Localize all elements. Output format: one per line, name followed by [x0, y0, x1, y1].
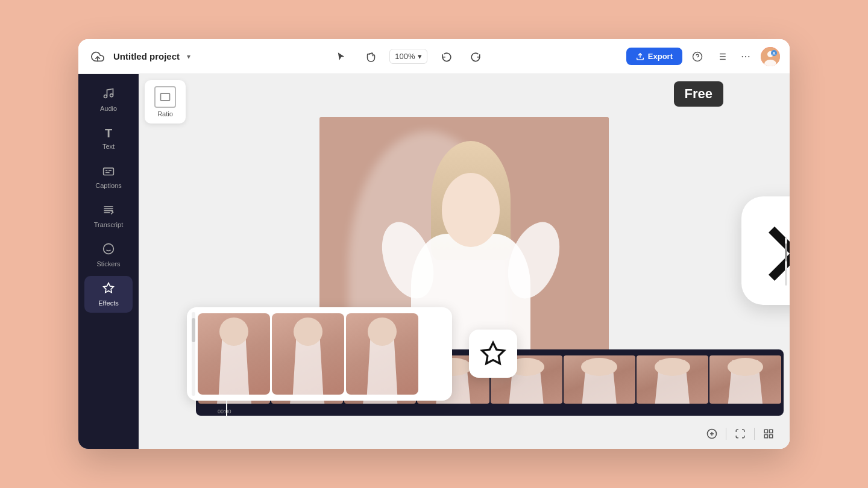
svg-text:A: A [772, 51, 775, 55]
sidebar-item-stickers[interactable]: Stickers [84, 237, 133, 274]
zoom-chevron: ▾ [418, 52, 422, 61]
phone-scrollbar-thumb [192, 318, 195, 342]
phone-mockup [187, 307, 452, 401]
frame-woman-1 [198, 313, 270, 395]
sidebar-item-effects-label: Effects [98, 299, 118, 307]
svg-point-10 [742, 55, 743, 57]
sidebar: Audio T Text Captions [78, 74, 139, 449]
export-label: Export [648, 52, 673, 61]
ratio-panel[interactable]: Ratio [145, 80, 186, 124]
timeline-fullscreen-button[interactable] [731, 425, 749, 443]
redo-button[interactable] [466, 47, 485, 66]
star-icon [480, 340, 506, 367]
svg-marker-31 [104, 283, 114, 293]
svg-rect-38 [770, 430, 773, 433]
phone-scrollbar[interactable] [192, 312, 195, 396]
svg-point-18 [104, 95, 107, 98]
text-icon: T [105, 127, 112, 140]
cursor-tool-button[interactable] [332, 47, 351, 66]
zoom-control[interactable]: 100% ▾ [389, 49, 427, 64]
project-title-chevron[interactable]: ▾ [187, 52, 190, 61]
timeline-add-button[interactable] [703, 425, 721, 443]
frame-woman-3 [346, 313, 418, 395]
ratio-label: Ratio [157, 110, 173, 117]
sidebar-item-stickers-label: Stickers [96, 260, 120, 267]
timeline-layout-button[interactable] [760, 425, 778, 443]
avatar[interactable]: A [761, 47, 780, 66]
canvas-area: Ratio Free [139, 74, 790, 449]
more-button[interactable] [737, 48, 755, 66]
svg-point-19 [110, 94, 113, 97]
phone-filmstrip [198, 313, 447, 395]
face [442, 173, 500, 247]
svg-point-11 [745, 55, 746, 57]
film-frame-3 [346, 313, 418, 395]
effects-star-button[interactable] [469, 330, 517, 378]
audio-icon [102, 87, 115, 102]
svg-rect-37 [764, 430, 767, 433]
film-frame-2 [272, 313, 344, 395]
main-window: Untitled project ▾ 100% ▾ [78, 39, 790, 449]
svg-rect-32 [161, 93, 170, 101]
topbar-left: Untitled project ▾ [88, 47, 190, 66]
sidebar-item-effects[interactable]: Effects [84, 276, 133, 313]
timeline-divider-1 [726, 428, 726, 440]
project-title: Untitled project [113, 51, 180, 61]
svg-rect-20 [104, 168, 114, 175]
zoom-level: 100% [395, 52, 415, 61]
sidebar-item-text[interactable]: T Text [84, 120, 133, 156]
timeline-frame-6 [564, 355, 635, 404]
hand-tool-button[interactable] [360, 47, 380, 66]
capcut-card [741, 196, 790, 305]
frame-woman-2 [272, 313, 344, 395]
topbar-right: Export [626, 47, 780, 66]
help-button[interactable] [688, 48, 706, 66]
playhead-time: 00:00 [218, 408, 231, 414]
cloud-save-button[interactable] [88, 47, 107, 66]
ratio-icon [154, 86, 176, 108]
film-frame-1 [198, 313, 270, 395]
sidebar-item-captions-label: Captions [95, 182, 121, 189]
export-button[interactable]: Export [626, 48, 682, 65]
sidebar-item-text-label: Text [102, 143, 115, 150]
canvas-scrollbar[interactable] [785, 237, 787, 286]
sidebar-item-audio[interactable]: Audio [84, 81, 133, 118]
canvas-scrollbar-thumb [785, 243, 787, 261]
list-button[interactable] [712, 48, 731, 66]
timeline-controls [703, 425, 778, 443]
svg-rect-39 [764, 435, 767, 438]
stickers-icon [102, 243, 115, 258]
svg-point-28 [104, 244, 114, 254]
svg-marker-33 [482, 343, 505, 364]
svg-point-12 [748, 55, 749, 57]
topbar: Untitled project ▾ 100% ▾ [78, 39, 790, 74]
free-badge: Free [674, 81, 723, 107]
timeline-divider-2 [754, 428, 755, 440]
sidebar-item-captions[interactable]: Captions [84, 158, 133, 195]
svg-rect-40 [770, 435, 773, 438]
captions-icon [102, 164, 115, 180]
sidebar-item-transcript[interactable]: Transcript [84, 198, 133, 234]
body-area: Audio T Text Captions [78, 74, 790, 449]
undo-button[interactable] [437, 47, 456, 66]
free-badge-text: Free [685, 86, 712, 101]
effects-icon [102, 282, 115, 297]
sidebar-item-transcript-label: Transcript [94, 221, 124, 228]
sidebar-item-audio-label: Audio [100, 105, 117, 112]
transcript-icon [102, 204, 115, 219]
timeline-frame-7 [637, 355, 708, 404]
timeline-frame-8 [709, 355, 781, 404]
topbar-center: 100% ▾ [198, 47, 619, 66]
